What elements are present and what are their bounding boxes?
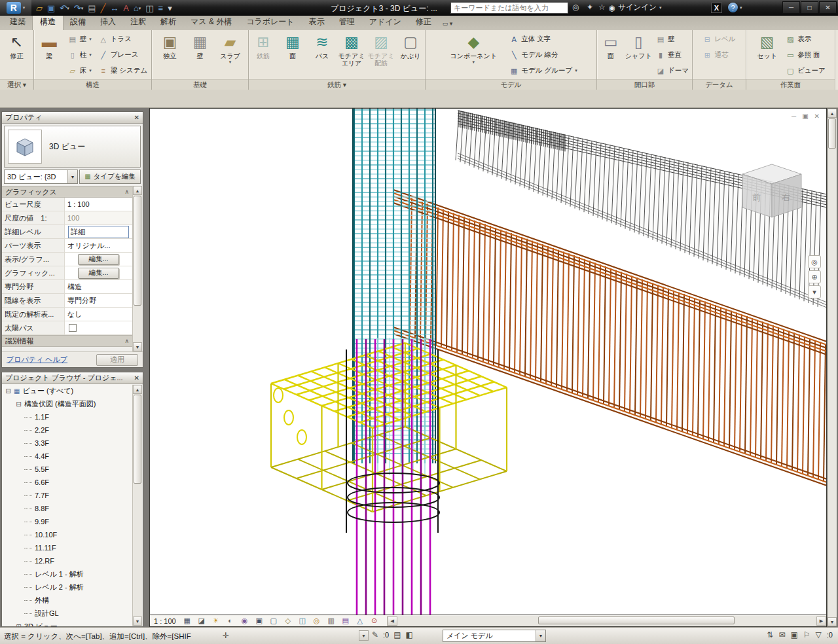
reveal-hidden-icon[interactable]: ◎	[311, 616, 323, 626]
sun-path-icon[interactable]: ☀	[210, 616, 222, 626]
type-selector[interactable]: 3D ビュー	[4, 126, 141, 168]
button-モデルグループ[interactable]: ▦モデル グループ▾	[506, 63, 580, 79]
button-鉄筋[interactable]: ⊞鉄筋	[249, 31, 278, 79]
qat-customize-icon[interactable]: ▾	[166, 1, 174, 15]
button-モチアミ配筋[interactable]: ▨モチアミ 配筋	[367, 31, 395, 79]
3d-scene[interactable]: 前右	[150, 109, 827, 615]
property-value[interactable]: なし	[65, 308, 132, 321]
tree-item-ビュー(すべて)[interactable]: ⊟▦ビュー (すべて)	[2, 384, 132, 397]
button-シャフト[interactable]: ▯シャフト	[625, 31, 653, 79]
button-ドーマ[interactable]: ◪ドーマ	[653, 63, 692, 79]
view-scale-button[interactable]: 1 : 100	[150, 617, 181, 625]
tab-管理[interactable]: 管理	[332, 14, 362, 30]
visual-style-icon[interactable]: ◪	[196, 616, 208, 626]
tab-アドイン[interactable]: アドイン	[362, 14, 409, 30]
tab-建築[interactable]: 建築	[3, 14, 33, 30]
scroll-up-icon[interactable]: ▲	[828, 109, 837, 118]
scrollbar-thumb[interactable]	[134, 395, 141, 484]
redo-icon[interactable]: ↷▾	[72, 1, 85, 15]
combo-arrow-icon[interactable]: ▼	[67, 170, 77, 183]
tab-表示[interactable]: 表示	[302, 14, 332, 30]
button-梁システム[interactable]: ≡梁 システム	[96, 63, 151, 79]
show-crop-icon[interactable]: ▢	[268, 616, 280, 626]
tree-item-6.6F[interactable]: 6.6F	[2, 476, 132, 489]
button-コンポーネント[interactable]: ◆コンポーネント▾	[441, 31, 505, 79]
links-icon[interactable]: ▣	[790, 630, 797, 639]
button-ビューア[interactable]: ▢ビューア	[782, 63, 829, 79]
scroll-left-icon[interactable]: ◀	[388, 617, 397, 626]
tree-item-2.2F[interactable]: 2.2F	[2, 423, 132, 437]
design-option-combo[interactable]: メイン モデル ▼	[443, 630, 546, 642]
tab-マス & 外構[interactable]: マス & 外構	[183, 14, 239, 30]
close-view-icon[interactable]: ✕	[814, 113, 820, 120]
temporary-view-properties-icon[interactable]: ▤	[340, 616, 352, 626]
scroll-up-icon[interactable]: ▲	[133, 186, 142, 195]
tree-item-3Dビュー[interactable]: ⊞3D ビュー	[2, 620, 132, 627]
tree-item-7.7F[interactable]: 7.7F	[2, 489, 132, 502]
view-selector-combo[interactable]: 3D ビュー: {3D ▼	[4, 170, 78, 184]
close-window-icon[interactable]: ✕	[819, 1, 837, 14]
button-セット[interactable]: ▧セット	[752, 31, 782, 79]
tree-item-外構[interactable]: 外構	[2, 594, 132, 607]
tree-item-構造伏図(構造平面図)[interactable]: ⊟構造伏図 (構造平面図)	[2, 397, 132, 410]
rendering-icon[interactable]: ◉	[239, 616, 251, 626]
button-柱[interactable]: ▯柱▾	[65, 47, 95, 63]
button-壁[interactable]: ▤壁	[653, 31, 692, 47]
button-パス[interactable]: ≋パス	[308, 31, 337, 79]
property-value[interactable]: 構造	[65, 280, 132, 293]
tab-注釈[interactable]: 注釈	[123, 14, 153, 30]
app-menu-button[interactable]: R ▾	[0, 0, 31, 16]
property-value[interactable]: オリジナル...	[65, 239, 132, 252]
tab-修正[interactable]: 修正	[409, 14, 439, 30]
worksharing-icon[interactable]: ⇅	[767, 630, 773, 639]
signin-button[interactable]: ◉ サインイン ▾	[609, 3, 661, 12]
scroll-up-icon[interactable]: ▲	[133, 385, 142, 394]
tree-item-設計GL[interactable]: 設計GL	[2, 607, 132, 620]
temporary-hide-isolate-icon[interactable]: ◫	[297, 616, 308, 626]
button-梁[interactable]: ▬梁	[35, 31, 64, 79]
unlocked-view-icon[interactable]: ◇	[282, 616, 294, 626]
panel-label-鉄筋[interactable]: 鉄筋 ▾	[249, 79, 425, 90]
press-drag-icon[interactable]: ✛	[223, 631, 229, 640]
tree-item-10.10F[interactable]: 10.10F	[2, 528, 132, 541]
tree-item-レベル2-解析[interactable]: レベル 2 - 解析	[2, 581, 132, 594]
dimension-icon[interactable]: ↔	[108, 1, 120, 15]
tab-解析[interactable]: 解析	[153, 14, 183, 30]
close-browser-icon[interactable]: ✕	[134, 374, 139, 382]
property-value[interactable]: 専門分野	[65, 294, 132, 307]
button-ブレース[interactable]: ╱ブレース	[96, 47, 151, 63]
button-かぶり[interactable]: ▢かぶり	[396, 31, 425, 79]
worksets-icon[interactable]: ▤	[393, 630, 401, 639]
open-icon[interactable]: ▱	[34, 1, 45, 15]
thin-lines-icon[interactable]: ≡	[156, 1, 166, 15]
minimize-view-icon[interactable]: ─	[792, 113, 796, 120]
tree-item-レベル1-解析[interactable]: レベル 1 - 解析	[2, 567, 132, 581]
section-icon[interactable]: ◫	[143, 1, 155, 15]
star-icon[interactable]: ☆	[598, 3, 606, 12]
tab-設備[interactable]: 設備	[63, 14, 93, 30]
properties-help-link[interactable]: プロパティ ヘルプ	[7, 355, 67, 365]
worksharing-display-icon[interactable]: ▥	[325, 616, 337, 626]
collapse-icon[interactable]: ∧	[124, 188, 129, 195]
button-壁[interactable]: ▦壁	[185, 31, 215, 79]
button-レベル[interactable]: ⊟レベル	[699, 31, 738, 47]
save-icon[interactable]: ▣	[45, 1, 57, 15]
property-combo[interactable]: 詳細	[68, 226, 129, 238]
button-壁[interactable]: ▤壁▾	[65, 31, 95, 47]
scrollbar-thumb[interactable]	[538, 617, 735, 624]
navbar-more-icon[interactable]: ▾	[808, 285, 821, 298]
button-修正[interactable]: ↖修正	[2, 31, 31, 79]
viewcube[interactable]	[729, 160, 807, 222]
tree-item-8.8F[interactable]: 8.8F	[2, 502, 132, 515]
edit-button[interactable]: 編集...	[78, 254, 120, 265]
warnings-icon[interactable]: ⚐	[803, 630, 811, 639]
tree-item-9.9F[interactable]: 9.9F	[2, 515, 132, 528]
scroll-right-icon[interactable]: ▶	[816, 617, 826, 626]
property-value[interactable]: 1 : 100	[65, 198, 132, 211]
property-group-識別情報[interactable]: 識別情報∧	[2, 335, 132, 347]
tab-コラボレート[interactable]: コラボレート	[239, 14, 301, 30]
edit-type-button[interactable]: ▦ タイプを編集	[79, 170, 141, 184]
tree-item-12.RF[interactable]: 12.RF	[2, 554, 132, 567]
button-垂直[interactable]: ▮垂直	[653, 47, 692, 63]
restore-view-icon[interactable]: ▣	[802, 113, 808, 120]
